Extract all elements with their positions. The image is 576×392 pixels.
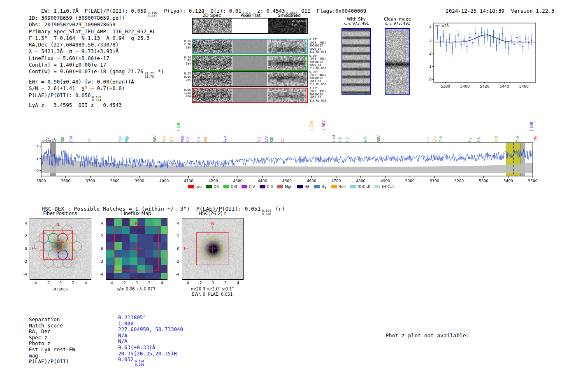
hsc-ytick-0: 0 — [171, 247, 179, 251]
hsc-xlabel2: EWr: 0. PLAE: 0.051 — [175, 292, 249, 297]
emission-line-label-OII: } OII — [177, 123, 181, 132]
match-row-value-3: N/A — [118, 333, 128, 339]
legend-item-(K)CaII: (K)CaII — [350, 185, 370, 189]
legend-item-OII: OII — [206, 185, 218, 189]
with-sky-coords: x, y: 973, 491 — [337, 21, 375, 26]
hsc-ytick--4: -4 — [171, 272, 179, 276]
svg-text:5400: 5400 — [460, 84, 470, 88]
lineflux-title: Lineflux Map — [99, 211, 173, 216]
hsc-cutout-panel: HSC(26.2) rNE420-2-4-4-2024m:20.3 re:2.0… — [171, 211, 258, 301]
svg-text:N: N — [56, 223, 59, 227]
clean-image-title: Clean Image — [381, 16, 414, 21]
row-right-labels-0: 0.87"(973, 491)20190502v029_02316_RL_053 — [309, 38, 326, 54]
fiber-xlabel: arcsecs — [23, 287, 97, 291]
legend-item-MgII: MgII — [277, 185, 293, 189]
info-line-5: λ = 5421.3Å σ = 9.73(±3.93)Å — [29, 48, 164, 55]
info-line-6: LineFlux = 5.60(±3.00)e-17 — [29, 55, 164, 62]
spec2d-row-0 — [192, 39, 308, 54]
svg-text:N: N — [135, 221, 138, 226]
row-right-labels-2: 0.79"(973, 482)20190502v029_01316_RL_053 — [309, 71, 326, 86]
match-row-value-0: 0.211805" — [118, 315, 146, 321]
legend-swatch — [206, 185, 212, 188]
info-line-0: ID: 3090078659 (3090078659.pdf) — [29, 15, 164, 21]
svg-text:5300: 5300 — [479, 179, 488, 183]
match-row-value-5: 0.63(±0.33)Å — [118, 345, 155, 351]
match-row-value-1: 1.000 — [118, 321, 134, 327]
legend-swatch — [350, 185, 356, 188]
svg-text:N: N — [211, 221, 214, 226]
legend-item-Lyα: Lyα — [188, 185, 202, 189]
legend-swatch — [223, 185, 229, 188]
smoothed-image — [268, 72, 307, 86]
fiber-overlay: NE — [30, 218, 91, 280]
lineflux-ytick--4: -4 — [95, 272, 103, 276]
legend-swatch — [260, 185, 265, 188]
svg-text:E: E — [32, 246, 34, 251]
info-line-2: Primary Spec_Slot_IFU_AMP: 316_022_052_R… — [29, 28, 164, 35]
svg-text:4: 4 — [36, 144, 39, 148]
hsc-xtick-4: 4 — [235, 281, 242, 285]
hsc-ytick--2: -2 — [171, 260, 179, 264]
match-row-value-6: 20.35(20.35,20.35)R — [118, 351, 177, 357]
with-sky-image — [341, 28, 371, 95]
hsc-title: HSC(26.2) r — [175, 211, 249, 216]
svg-text:e⁻¹⁷×2Å: e⁻¹⁷×2Å — [435, 23, 449, 28]
legend-item-CIII: CIII — [260, 185, 273, 189]
svg-text:3800: 3800 — [110, 179, 120, 183]
hsc-ytick-4: 4 — [171, 221, 179, 225]
legend-item-(H)CaII: (H)CaII — [374, 185, 395, 189]
match-row-label-2: RA, Dec — [29, 329, 51, 335]
svg-text:4300: 4300 — [233, 179, 243, 183]
smoothed-image — [268, 39, 307, 53]
fiber-xtick-0: 0 — [57, 281, 64, 285]
svg-text:5460: 5460 — [519, 84, 529, 88]
info-line-3: F=1.5" T=0.164 N=1.13 A=0.94 g=25.3 — [29, 35, 164, 42]
match-row-label-0: Separation — [29, 317, 60, 323]
fiber-ytick--4: -4 — [19, 272, 27, 276]
legend-label: MgII — [285, 185, 293, 189]
match-row-value-4: N/A — [118, 339, 128, 345]
spec2d-row-1 — [192, 55, 308, 71]
legend-label: CIII — [267, 185, 273, 189]
legend-item-CIV: CIV — [242, 185, 255, 189]
with-sky-block: With Sky x, y: 973, 491 — [337, 16, 375, 99]
legend-label: OIII — [231, 185, 237, 189]
svg-text:4600: 4600 — [307, 179, 316, 183]
svg-text:2: 2 — [429, 51, 432, 56]
svg-text:5100: 5100 — [430, 179, 439, 183]
spec2d-image — [193, 72, 232, 86]
lineflux-map-panel: Lineflux MapNE420-2-4-4-2024s/b: 0.06 +/… — [95, 211, 181, 301]
legend-swatch — [188, 185, 194, 188]
fiber-ytick-2: 2 — [19, 234, 27, 238]
svg-text:5000: 5000 — [405, 179, 415, 183]
match-row-label-1: Match score — [29, 323, 63, 329]
match-row-label-3: Spec z — [29, 335, 47, 341]
row-left-labels-1: 0.241.47284 — [181, 56, 191, 66]
fiber-ytick-4: 4 — [19, 221, 27, 225]
fiber-xtick-4: 4 — [82, 281, 90, 285]
weighted-2dspec-image — [193, 19, 232, 33]
fiber-xtick--2: -2 — [44, 281, 51, 285]
header-ew-plae: EW: 1.1±0.7Å P(LAE)/P(OII): 0.059 — [41, 8, 146, 14]
elixer-detection-report: EW: 1.1±0.7Å P(LAE)/P(OII): 0.0590.1160.… — [0, 0, 576, 392]
match-row-value-2: 227.604959, 50.733040 — [118, 327, 183, 333]
weighted-sum-strip: WeightedSum — [192, 18, 308, 34]
uncertainty-fraction: 21.7721.75 — [144, 72, 154, 79]
pixelflat-image — [232, 39, 267, 53]
hsc-xtick--2: -2 — [196, 281, 204, 285]
lineflux-xtick--4: -4 — [107, 281, 115, 285]
hsc-xtick--4: -4 — [183, 281, 191, 285]
pixelflat-image — [232, 72, 267, 86]
lineflux-ytick-4: 4 — [95, 221, 103, 225]
svg-text:5500: 5500 — [528, 179, 538, 183]
legend-item-OIII: OIII — [223, 185, 237, 189]
info-line-7: Cont(n) = 1.40(±0.00)e-17 — [29, 62, 164, 68]
lineflux-ytick-0: 0 — [95, 247, 103, 251]
lineflux-ytick-2: 2 — [95, 234, 103, 238]
svg-text:E: E — [184, 246, 186, 251]
svg-text:5440: 5440 — [499, 84, 509, 88]
fiber-positions-panel: Fiber PositionsNE420-2-4-4-2024arcsecs — [19, 211, 105, 301]
legend-label: (K)CaII — [358, 185, 370, 189]
legend-item-HeII: HeII — [331, 185, 346, 189]
legend-swatch — [331, 185, 337, 188]
